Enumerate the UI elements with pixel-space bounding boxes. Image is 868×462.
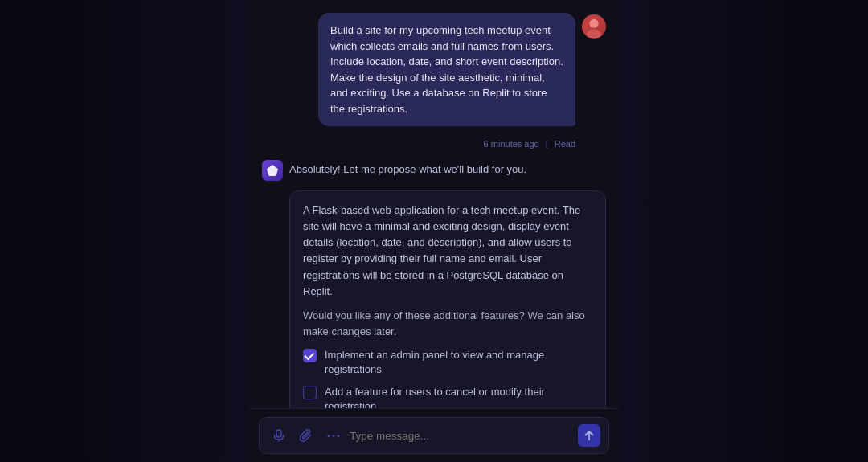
user-message-text: Build a site for my upcoming tech meetup… [330,24,563,115]
checkbox-label-2: Add a feature for users to cancel or mod… [325,385,592,409]
plan-description: A Flask-based web application for a tech… [303,202,592,300]
plan-card: A Flask-based web application for a tech… [289,190,606,408]
svg-point-6 [338,435,340,437]
svg-point-5 [333,435,335,437]
svg-point-1 [587,30,602,38]
checkbox-1[interactable] [303,349,317,362]
ai-avatar [262,160,283,181]
attach-button[interactable] [295,424,317,447]
right-bg [619,0,868,462]
input-box [259,417,609,454]
input-area [249,408,619,462]
checkbox-2[interactable] [303,386,317,399]
message-time: 6 minutes ago [484,139,539,149]
checkbox-label-1: Implement an admin panel to view and man… [325,348,592,377]
message-read: Read [555,139,575,149]
ai-intro-wrapper: Absolutely! Let me propose what we'll bu… [262,158,606,181]
send-button[interactable] [578,424,600,447]
user-message-wrapper: Build a site for my upcoming tech meetup… [262,13,606,126]
svg-point-4 [328,435,330,437]
ai-intro-text: Absolutely! Let me propose what we'll bu… [289,158,526,178]
checkbox-item-2: Add a feature for users to cancel or mod… [303,385,592,409]
checkbox-item-1: Implement an admin panel to view and man… [303,348,592,377]
user-avatar [582,14,606,39]
meta-separator: | [546,139,548,149]
more-button[interactable] [322,424,345,447]
left-bg [0,0,249,462]
message-input[interactable] [350,430,573,442]
app-background: Build a site for my upcoming tech meetup… [0,0,868,462]
svg-point-0 [589,19,598,28]
mic-button[interactable] [268,424,290,447]
chat-container: Build a site for my upcoming tech meetup… [249,0,619,462]
user-bubble: Build a site for my upcoming tech meetup… [318,13,575,126]
plan-question: Would you like any of these additional f… [303,308,592,340]
ai-avatar-icon [267,165,278,176]
svg-rect-2 [276,430,281,437]
message-meta: 6 minutes ago | Read [262,139,606,149]
messages-area: Build a site for my upcoming tech meetup… [249,0,619,408]
